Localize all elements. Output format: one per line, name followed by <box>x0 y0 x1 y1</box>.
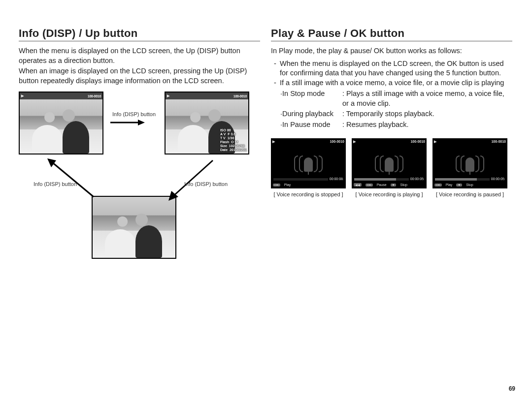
voice-topbar: ▶100-0010 <box>352 138 427 145</box>
control-chip: OK <box>366 184 373 186</box>
disp-cycle-illustration: ▶ 100-0010 ▶ 100-0010 ISO 80 A V F 3.6 T… <box>19 92 260 274</box>
mode-row-key: ·In Pause mode <box>280 120 342 130</box>
left-para1: When the menu is displayed on the LCD sc… <box>19 46 260 65</box>
voice-topbar: ▶100-0010 <box>271 138 346 145</box>
voice-screens-row: ▶100-001000:00:08OKPlay[ Voice recording… <box>271 138 512 197</box>
left-column: Info (DISP) / Up button When the menu is… <box>19 27 260 274</box>
play-icon: ▶ <box>434 140 436 144</box>
mic-icon <box>352 154 427 174</box>
caption-bottom-right: Info (DISP) button <box>184 181 228 187</box>
elapsed-time: 00:00:05 <box>409 177 424 181</box>
play-icon: ▶ <box>353 140 356 144</box>
right-column: Play & Pause / OK button In Play mode, t… <box>271 27 512 274</box>
mode-row-key: ·In Stop mode <box>280 89 342 109</box>
voice-card: ▶100-001000:00:08OKPlay[ Voice recording… <box>271 138 346 197</box>
voice-counter: 100-0010 <box>491 140 506 143</box>
voice-counter: 100-0010 <box>330 140 344 143</box>
control-label: Pause <box>377 183 387 186</box>
bullet-2-text: If a still image with a voice memo, a vo… <box>280 78 504 88</box>
control-chip: ◀◀ <box>354 183 362 186</box>
left-para2: When an image is displayed on the LCD sc… <box>19 66 260 86</box>
arrow-diag-left-icon <box>45 156 98 201</box>
mode-row-value: : Resumes playback. <box>342 120 512 130</box>
voice-caption: [ Voice recording is playing ] <box>352 191 427 197</box>
voice-screen: ▶100-001000:00:05◀◀OKPause▼Stop <box>352 138 427 188</box>
control-label: Stop <box>400 183 407 186</box>
play-icon: ▶ <box>21 94 24 98</box>
mode-row-value: : Temporarily stops playback. <box>342 109 512 120</box>
play-icon: ▶ <box>272 140 275 144</box>
play-icon: ▶ <box>167 94 169 98</box>
voice-counter: 100-0010 <box>410 140 425 143</box>
svg-line-4 <box>172 160 213 197</box>
svg-marker-3 <box>47 158 56 167</box>
arrow-right-icon <box>110 119 145 126</box>
camera-thumb-detailed: ▶ 100-0010 ISO 80 A V F 3.6 T V 1/30 Fla… <box>165 92 249 154</box>
mode-table: ·In Stop mode: Plays a still image with … <box>280 89 512 130</box>
right-title: Play & Pause / OK button <box>271 27 512 41</box>
svg-marker-1 <box>138 120 145 125</box>
camera-thumb-plain <box>92 196 176 259</box>
voice-controls: OKPlay <box>271 182 346 188</box>
voice-screen: ▶100-001000:00:08OKPlay <box>271 138 346 188</box>
control-label: Stop <box>466 183 473 186</box>
voice-controls: ◀◀OKPause▼Stop <box>352 182 427 188</box>
control-chip: OK <box>273 184 280 186</box>
control-chip: ▼ <box>391 184 397 186</box>
bullet-1-text: When the menu is displayed on the LCD sc… <box>280 59 512 78</box>
bullet-2: - If a still image with a voice memo, a … <box>274 78 512 88</box>
svg-line-2 <box>52 162 94 197</box>
mode-row-value: : Plays a still image with a voice memo,… <box>342 89 512 109</box>
voice-caption: [ Voice recording is paused ] <box>432 191 507 197</box>
image-info-overlay: ISO 80 A V F 3.6 T V 1/30 Flash O f f Si… <box>220 128 247 152</box>
dash-icon: - <box>274 78 280 88</box>
elapsed-time: 00:00:05 <box>490 177 504 181</box>
voice-caption: [ Voice recording is stopped ] <box>271 191 346 197</box>
voice-controls: OKPlay▼Stop <box>432 182 507 188</box>
control-label: Play <box>284 183 291 186</box>
caption-top: Info (DISP) button <box>112 111 156 117</box>
right-intro: In Play mode, the play & pause/ OK butto… <box>271 46 512 56</box>
thumb-counter: 100-0010 <box>88 94 101 98</box>
page-number: 69 <box>509 385 515 392</box>
arrow-diag-right-icon <box>167 156 220 201</box>
elapsed-time: 00:00:08 <box>328 177 343 181</box>
voice-screen: ▶100-001000:00:05OKPlay▼Stop <box>432 138 507 188</box>
mode-row-key: ·During playback <box>280 109 342 120</box>
thumb-counter: 100-0010 <box>233 94 247 98</box>
voice-topbar: ▶100-0010 <box>432 138 507 145</box>
bullet-1: - When the menu is displayed on the LCD … <box>274 59 512 78</box>
control-label: Play <box>446 183 453 186</box>
caption-bottom-left: Info (DISP) button <box>33 181 77 187</box>
left-title: Info (DISP) / Up button <box>19 27 260 41</box>
voice-card: ▶100-001000:00:05◀◀OKPause▼Stop[ Voice r… <box>352 138 427 197</box>
dash-icon: - <box>274 59 280 78</box>
control-chip: OK <box>434 184 442 186</box>
voice-card: ▶100-001000:00:05OKPlay▼Stop[ Voice reco… <box>432 138 507 197</box>
mic-icon <box>271 154 346 174</box>
mic-icon <box>432 154 507 174</box>
control-chip: ▼ <box>456 184 462 186</box>
camera-thumb-basic: ▶ 100-0010 <box>19 92 103 154</box>
